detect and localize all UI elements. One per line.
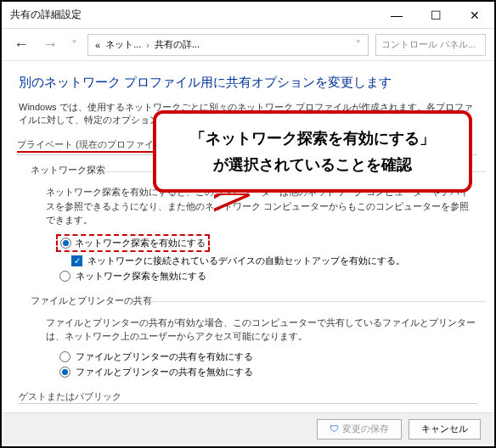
forward-button[interactable]: → [39, 36, 61, 53]
row-printer-off: ファイルとプリンターの共有を無効にする [59, 366, 477, 378]
up-button[interactable]: ˅ [68, 38, 81, 52]
label-auto-setup: ネットワークに接続されているデバイスの自動セットアップを有効にする。 [87, 255, 405, 267]
minimize-button[interactable]: — [377, 2, 416, 29]
checkbox-auto-setup[interactable]: ✓ [71, 255, 82, 266]
radio-discovery-on[interactable] [60, 238, 71, 249]
shield-icon: 🛡 [330, 423, 339, 434]
label-printer-off: ファイルとプリンターの共有を無効にする [76, 366, 253, 378]
radio-printer-on[interactable] [59, 351, 70, 362]
page-heading: 別のネットワーク プロファイル用に共有オプションを変更します [19, 75, 477, 91]
footer: 🛡変更の保存 キャンセル [3, 412, 493, 445]
group-title-printer: ファイルとプリンターの共有 [31, 294, 477, 309]
profile-guest-header[interactable]: ゲストまたはパブリック [19, 390, 477, 404]
annotation-callout: 「ネットワーク探索を有効にする」 が選択されていることを確認 [153, 110, 472, 193]
row-printer-on: ファイルとプリンターの共有を有効にする [59, 350, 477, 363]
row-auto-setup: ✓ ネットワークに接続されているデバイスの自動セットアップを有効にする。 [59, 255, 477, 267]
radio-discovery-off[interactable] [59, 271, 70, 282]
group-file-printer: ファイルとプリンターの共有 ファイルとプリンターの共有が有効な場合、このコンピュ… [31, 294, 477, 378]
maximize-button[interactable]: ☐ [416, 2, 455, 29]
group-desc-printer: ファイルとプリンターの共有が有効な場合、このコンピューターで共有しているファイル… [46, 316, 477, 344]
save-button[interactable]: 🛡変更の保存 [317, 419, 402, 440]
row-discovery-off: ネットワーク探索を無効にする [59, 270, 477, 283]
titlebar: 共有の詳細設定 — ☐ ✕ [2, 2, 494, 29]
close-button[interactable]: ✕ [455, 2, 494, 29]
breadcrumb[interactable]: « ネット... › 共有の詳... ˅ [87, 34, 369, 56]
window-title: 共有の詳細設定 [10, 8, 377, 22]
radio-printer-off[interactable] [59, 367, 70, 378]
search-input[interactable]: コントロール パネル... [375, 34, 486, 56]
cancel-button[interactable]: キャンセル [409, 419, 481, 440]
svg-marker-1 [214, 195, 245, 238]
nav-row: ← → ˅ « ネット... › 共有の詳... ˅ コントロール パネル... [2, 29, 494, 61]
label-discovery-on: ネットワーク探索を有効にする [75, 237, 206, 249]
label-discovery-off: ネットワーク探索を無効にする [76, 270, 206, 283]
crumb-sharing[interactable]: 共有の詳... [155, 38, 200, 51]
crumb-network[interactable]: ネット... [105, 38, 141, 51]
callout-line2: が選択されていることを確認 [166, 152, 459, 178]
callout-line1: 「ネットワーク探索を有効にする」 [166, 126, 459, 152]
back-button[interactable]: ← [10, 36, 32, 53]
label-printer-on: ファイルとプリンターの共有を有効にする [76, 350, 253, 363]
